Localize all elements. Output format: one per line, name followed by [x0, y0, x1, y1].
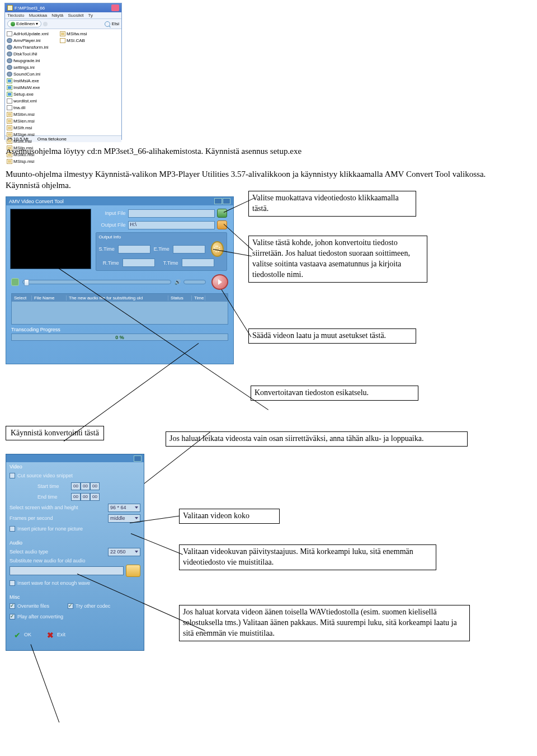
file-item[interactable]: settings.ini [7, 64, 60, 71]
file-item[interactable]: wordlist.xml [7, 97, 60, 104]
file-list: AdHotUpdate.xmlAmvPlayer.iniAmvTransform… [5, 29, 121, 135]
menu-edit[interactable]: Muokkaa [29, 13, 47, 18]
file-item[interactable]: fwupgrade.ini [7, 57, 60, 64]
volume-icon[interactable]: 🔊 [175, 279, 180, 285]
file-item[interactable]: MSIbn.msi [7, 111, 60, 118]
file-name: MSIsp.msi [13, 159, 34, 164]
seek-slider[interactable] [22, 280, 171, 284]
menu-ty[interactable]: Ty [88, 13, 93, 18]
file-icon [7, 119, 12, 124]
amv-title-bar: AMV Video Convert Tool [6, 197, 233, 205]
callout-preview: Konvertoitavan tiedoston esikatselu. [251, 386, 418, 401]
intro-paragraph: Asennusohjelma löytyy cd:n MP3set3_66-al… [6, 145, 531, 191]
search-icon[interactable] [105, 21, 110, 27]
stime-field[interactable] [118, 245, 150, 253]
cut-label: Cut source video snippet [17, 473, 140, 478]
overwrite-checkbox[interactable] [10, 603, 15, 609]
overwrite-label: Overwrite files [17, 603, 68, 609]
spin-ss[interactable]: 00 [90, 493, 100, 501]
spin-hh[interactable]: 00 [71, 493, 81, 501]
spin-mm[interactable]: 00 [81, 493, 90, 501]
stime-label: S.Time [99, 246, 115, 252]
file-icon [7, 58, 12, 63]
spin-hh[interactable]: 00 [71, 482, 81, 490]
insert-pic-checkbox[interactable] [10, 526, 15, 532]
file-item[interactable]: MSIfr.msi [7, 124, 60, 131]
file-icon [7, 112, 12, 117]
cut-checkbox[interactable] [10, 473, 15, 478]
callout-output: Valitse tästä kohde, johon konvertoitu t… [248, 236, 427, 283]
file-name: MSItw.msi [67, 31, 87, 36]
playafter-checkbox[interactable] [10, 614, 15, 619]
window-title-bar: F:\MP3set3_66 [5, 3, 121, 12]
wave-checkbox[interactable] [10, 580, 15, 586]
trycodec-checkbox[interactable] [68, 603, 73, 609]
back-icon [11, 22, 15, 26]
forward-icon[interactable] [43, 22, 48, 26]
end-time-label: End time [37, 494, 71, 500]
file-item[interactable]: InstMsiA.exe [7, 77, 60, 84]
spin-ss[interactable]: 00 [90, 482, 100, 490]
callout-input: Valitse muokattava videotiedosto klikkaa… [248, 191, 416, 217]
folder-icon[interactable] [126, 565, 140, 577]
file-name: SoundCon.ini [13, 72, 40, 77]
file-name: AmvPlayer.ini [13, 38, 40, 43]
ok-button[interactable]: ✔OK [14, 631, 31, 638]
output-info-panel: Output Info S.Time E.Time R.Time T.Time [96, 232, 227, 271]
audio-type-combo[interactable]: 22 050 [108, 548, 140, 556]
input-file-label: Input File [96, 210, 126, 216]
file-explorer-window: F:\MP3set3_66 Tiedosto Muokkaa Näytä Suo… [4, 3, 122, 140]
video-preview [10, 209, 91, 269]
audio-path-field[interactable] [10, 566, 124, 575]
menu-file[interactable]: Tiedosto [7, 13, 24, 18]
file-item[interactable]: SoundCon.ini [7, 71, 60, 77]
file-icon [7, 51, 12, 57]
menu-view[interactable]: Näytä [51, 13, 63, 18]
search-label[interactable]: Etsi [112, 21, 119, 26]
volume-slider[interactable] [183, 280, 206, 284]
substitute-label: Substitute new audio for old audio [10, 558, 86, 564]
close-icon[interactable] [134, 456, 142, 462]
playafter-label: Play after converting [17, 614, 140, 619]
file-item[interactable]: tna.dll [7, 104, 60, 111]
file-item[interactable]: InstMsiW.exe [7, 84, 60, 91]
file-name: InstMsiW.exe [13, 85, 40, 90]
file-name: DiskTool.INI [13, 51, 37, 57]
insert-pic-label: Insert picture for none picture [17, 526, 140, 532]
chevron-down-icon [135, 517, 138, 519]
x-icon: ✖ [47, 631, 55, 638]
etime-field[interactable] [173, 245, 205, 253]
spin-mm[interactable]: 00 [81, 482, 90, 490]
file-item[interactable]: MSItw.msi [60, 30, 113, 37]
file-item[interactable]: MSIsp.msi [7, 158, 60, 165]
file-item[interactable]: AmvPlayer.ini [7, 37, 60, 44]
ttime-field[interactable] [182, 259, 214, 267]
file-item[interactable]: AdHotUpdate.xml [7, 30, 60, 37]
menu-fav[interactable]: Suosikit [68, 13, 83, 18]
file-item[interactable]: Setup.exe [7, 91, 60, 97]
player-controls: 🔊 [11, 274, 228, 290]
wh-combo[interactable]: 96 * 64 [108, 504, 140, 512]
nav-back-button[interactable]: Edellinen ▾ [7, 20, 41, 27]
close-icon[interactable] [111, 4, 119, 11]
menu-bar: Tiedosto Muokkaa Näytä Suosikit Ty [5, 12, 121, 19]
output-file-field[interactable]: H:\ [128, 221, 215, 229]
file-item[interactable]: AmvTransform.ini [7, 44, 60, 50]
start-convert-button[interactable] [211, 274, 228, 290]
amv-title: AMV Video Convert Tool [9, 199, 64, 204]
exit-button[interactable]: ✖Exit [47, 631, 65, 638]
file-icon [7, 72, 12, 77]
rtime-label: R.Time [99, 260, 119, 266]
repeat-icon[interactable] [11, 278, 19, 286]
file-name: MSI.CAB [67, 38, 85, 43]
audio-type-label: Select audio type [10, 549, 108, 555]
window-title: F:\MP3set3_66 [15, 6, 45, 11]
rtime-field[interactable] [123, 259, 155, 267]
window-controls[interactable] [214, 198, 230, 204]
file-item[interactable]: MSIen.msi [7, 118, 60, 124]
input-file-field[interactable] [128, 209, 215, 218]
file-item[interactable]: MSI.CAB [60, 37, 113, 44]
fps-combo[interactable]: middle [108, 514, 140, 523]
browse-input-button[interactable] [217, 209, 227, 218]
file-item[interactable]: DiskTool.INI [7, 50, 60, 57]
